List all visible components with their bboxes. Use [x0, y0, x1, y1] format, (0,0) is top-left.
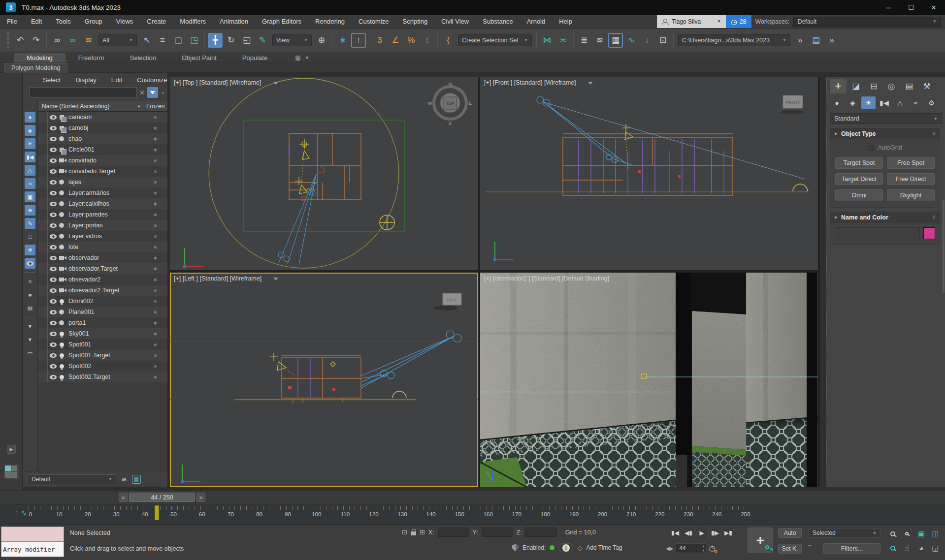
display-cameras-toggle[interactable]: ▮◀: [25, 152, 35, 162]
select-and-uniform-scale[interactable]: ◱: [239, 33, 254, 48]
visibility-eye-icon[interactable]: [50, 278, 57, 282]
viewport-left[interactable]: [+] [Left ] [Standard] [Wireframe]: [170, 273, 478, 487]
frozen-toggle[interactable]: ∗: [143, 125, 167, 131]
list-item[interactable]: Plane001∗: [38, 307, 167, 317]
list-item[interactable]: Spot001∗: [38, 339, 167, 350]
omni-button[interactable]: Omni: [835, 189, 883, 201]
visibility-eye-icon[interactable]: [50, 169, 57, 174]
geometry-category[interactable]: ●: [830, 96, 844, 109]
viewport-persp-label[interactable]: [+] [obsevador2 ] [Standard] [Default Sh…: [484, 275, 609, 282]
viewport-front-label[interactable]: [+] [Front ] [Standard] [Wireframe]: [484, 79, 576, 86]
menu-views[interactable]: Views: [109, 18, 140, 25]
frame-step-arrows[interactable]: ◀▶: [666, 546, 673, 551]
frozen-toggle[interactable]: ∗: [143, 298, 167, 305]
list-item[interactable]: Sky001∗: [38, 328, 167, 339]
select-and-place[interactable]: ✎: [255, 33, 270, 48]
set-keys-button[interactable]: +: [748, 528, 773, 553]
target-spot-button[interactable]: Target Spot: [835, 157, 883, 169]
frozen-toggle[interactable]: ∗: [143, 266, 167, 272]
filters-toggle[interactable]: ▼: [25, 334, 35, 345]
ribbon-extra-icon[interactable]: ▦: [295, 54, 300, 61]
select-and-rotate[interactable]: ↻: [224, 33, 238, 48]
explorer-menu-select[interactable]: Select: [35, 76, 68, 84]
list-item[interactable]: Layer:vidros∗: [38, 231, 167, 242]
use-pivot-point-center[interactable]: ⊕: [314, 33, 329, 48]
visibility-eye-icon[interactable]: [50, 375, 57, 379]
zoom-extents-button[interactable]: ▣: [914, 527, 928, 541]
cameras-category[interactable]: ▮◀: [877, 96, 891, 109]
snaps-toggle[interactable]: 3: [372, 33, 387, 48]
adaptive-degradation-icon[interactable]: [512, 544, 519, 552]
visibility-eye-icon[interactable]: [50, 321, 57, 325]
toggle-layer-explorer[interactable]: ≋: [592, 33, 607, 48]
timeline-playhead[interactable]: [155, 505, 159, 520]
visibility-eye-icon[interactable]: [50, 267, 57, 271]
window-crossing-toggle[interactable]: ◳: [187, 33, 201, 48]
name-color-header[interactable]: ▼ Name and Color ⠿: [830, 212, 940, 223]
filter-combinations-toggle[interactable]: ▼: [25, 321, 35, 332]
list-item[interactable]: Layer:portas∗: [38, 220, 167, 231]
menu-create[interactable]: Create: [140, 18, 173, 25]
ribbon-tab-populate[interactable]: Populate: [229, 53, 280, 62]
visibility-eye-icon[interactable]: [50, 115, 57, 120]
frozen-toggle[interactable]: ∗: [143, 114, 167, 121]
go-to-end-button[interactable]: ▶▮: [722, 528, 735, 538]
list-item[interactable]: obsevador2∗: [38, 274, 167, 285]
viewport-layout-tabs-icon[interactable]: [4, 465, 19, 479]
display-frozen-toggle[interactable]: ❄: [25, 245, 35, 255]
visibility-eye-icon[interactable]: [50, 223, 57, 228]
add-time-tag[interactable]: Add Time Tag: [586, 544, 622, 551]
align[interactable]: ≍: [555, 33, 570, 48]
previous-frame-button[interactable]: <: [119, 493, 128, 502]
workspace-dropdown[interactable]: Default ▼: [793, 17, 941, 27]
free-direct-button[interactable]: Free Direct: [887, 173, 935, 185]
frozen-toggle[interactable]: ∗: [143, 320, 167, 326]
display-geometry-toggle[interactable]: ●: [25, 112, 35, 123]
reference-coordinate-system-dropdown[interactable]: View▼: [272, 34, 312, 46]
project-folder-dropdown[interactable]: C:\Users\tiago...s\3ds Max 2023▼: [678, 34, 790, 46]
frozen-toggle[interactable]: ∗: [143, 255, 167, 261]
grid-view-icon[interactable]: ▦: [132, 475, 141, 484]
save-button[interactable]: ▤: [809, 33, 823, 48]
free-spot-button[interactable]: Free Spot: [887, 157, 935, 169]
zoom-all-button[interactable]: [900, 527, 914, 541]
next-frame-button[interactable]: ▮▶: [709, 528, 722, 538]
object-properties-toggle[interactable]: ▤: [25, 303, 35, 313]
schematic-view[interactable]: ∿: [624, 33, 639, 48]
frozen-toggle[interactable]: ∗: [143, 136, 167, 142]
clipboard-toggle[interactable]: ▭: [25, 347, 35, 358]
next-frame-button[interactable]: >: [196, 493, 205, 502]
set-key-button[interactable]: Set K.: [778, 544, 802, 554]
viewport-filter-funnel-icon[interactable]: [273, 82, 278, 85]
helpers-category[interactable]: △: [893, 96, 907, 109]
display-hidden-toggle[interactable]: [25, 258, 35, 269]
mirror[interactable]: ⋈: [540, 33, 554, 48]
explorer-menu-display[interactable]: Display: [68, 76, 104, 84]
list-item[interactable]: convidado.Target∗: [38, 166, 167, 177]
list-item[interactable]: lajes∗: [38, 177, 167, 187]
explorer-menu-edit[interactable]: Edit: [104, 76, 130, 84]
visibility-eye-icon[interactable]: [50, 126, 57, 130]
toolbar-grip[interactable]: [7, 32, 9, 49]
select-and-manipulate[interactable]: ∗: [335, 33, 350, 48]
pan-button[interactable]: ☝: [900, 541, 914, 555]
clear-search-icon[interactable]: ✕: [139, 89, 145, 96]
rectangular-selection-region[interactable]: ▢: [171, 33, 186, 48]
mute-toggle[interactable]: 0: [558, 543, 573, 552]
viewport-filter-funnel-icon[interactable]: [588, 82, 593, 85]
zoom-extents-all-button[interactable]: ◫: [928, 527, 943, 541]
explorer-menu-customize[interactable]: Customize: [130, 76, 174, 84]
maxscript-mini-listener[interactable]: Array modifier: [1, 527, 64, 557]
frozen-toggle[interactable]: ∗: [143, 157, 167, 164]
create-tab[interactable]: +: [830, 79, 847, 93]
display-lights-toggle[interactable]: ☀: [25, 138, 35, 149]
list-item[interactable]: observador.Target∗: [38, 263, 167, 274]
list-item[interactable]: Layer:caixilhos∗: [38, 198, 167, 209]
selection-filter-dropdown[interactable]: All▼: [98, 34, 137, 46]
search-input[interactable]: [30, 87, 137, 98]
menu-tools[interactable]: Tools: [49, 18, 77, 25]
y-field[interactable]: [482, 528, 513, 537]
selection-sets-toggle[interactable]: ≡: [25, 276, 35, 287]
keyboard-shortcut-override[interactable]: ↑: [351, 33, 366, 48]
play-button[interactable]: ▶: [695, 528, 709, 538]
